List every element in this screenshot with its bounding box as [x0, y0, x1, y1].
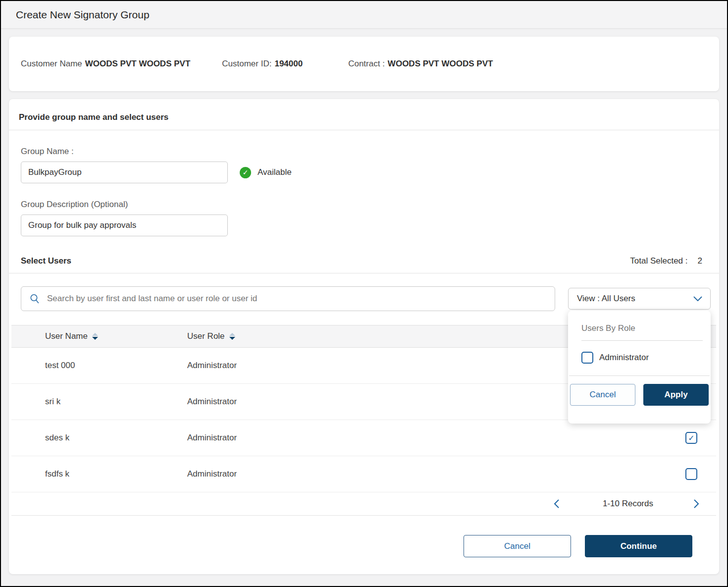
- view-dropdown-label: View : All Users: [577, 294, 635, 304]
- section-title: Provide group name and select users: [19, 112, 709, 122]
- form-area: Group Name : ✓ Available Group Descripti…: [9, 147, 719, 236]
- view-dropdown-panel: Users By Role Administrator Cancel Apply: [568, 311, 711, 424]
- pagination: 1-10 Records: [11, 492, 716, 516]
- next-page-button[interactable]: [690, 497, 703, 510]
- page-title: Create New Signatory Group: [16, 9, 150, 21]
- sort-icon: [229, 333, 235, 340]
- chevron-left-icon: [554, 499, 559, 508]
- group-desc-label: Group Description (Optional): [21, 200, 707, 210]
- select-users-title: Select Users: [21, 256, 71, 266]
- group-name-label: Group Name :: [21, 147, 707, 157]
- footer-actions: Cancel Continue: [9, 516, 719, 557]
- total-selected-count: 2: [698, 256, 702, 266]
- user-role-cell: Administrator: [187, 433, 667, 443]
- administrator-label: Administrator: [599, 353, 649, 363]
- customer-id: Customer ID:194000: [222, 59, 303, 69]
- group-form-card: Provide group name and select users Grou…: [9, 99, 719, 574]
- role-option-administrator[interactable]: Administrator: [568, 341, 711, 375]
- group-desc-input[interactable]: [21, 214, 228, 236]
- row-checkbox[interactable]: ✓: [685, 432, 697, 444]
- search-input[interactable]: [47, 294, 547, 304]
- user-name-cell: fsdfs k: [45, 469, 187, 479]
- user-name-cell: test 000: [45, 361, 187, 371]
- customer-name-value: WOODS PVT WOODS PVT: [85, 59, 191, 68]
- chevron-right-icon: [694, 499, 699, 508]
- table-row: fsdfs k Administrator: [11, 456, 716, 492]
- customer-id-label: Customer ID:: [222, 59, 271, 68]
- total-selected: Total Selected :2: [630, 256, 702, 266]
- user-name-cell: sdes k: [45, 433, 187, 443]
- sort-icon: [92, 333, 98, 340]
- records-label: 1-10 Records: [603, 499, 653, 509]
- view-dropdown-button[interactable]: View : All Users: [568, 288, 711, 310]
- page-header: Create New Signatory Group: [1, 1, 727, 29]
- administrator-checkbox[interactable]: [581, 352, 593, 364]
- customer-name-label: Customer Name: [21, 59, 82, 68]
- panel-actions: Cancel Apply: [568, 376, 711, 406]
- cancel-button[interactable]: Cancel: [464, 535, 571, 557]
- continue-button[interactable]: Continue: [585, 535, 692, 557]
- panel-apply-button[interactable]: Apply: [643, 384, 709, 406]
- view-dropdown: View : All Users Users By Role Administr…: [568, 288, 711, 310]
- search-box[interactable]: [21, 286, 555, 311]
- panel-cancel-button[interactable]: Cancel: [570, 384, 635, 406]
- chevron-down-icon: [693, 296, 702, 302]
- previous-page-button[interactable]: [550, 497, 563, 510]
- column-user-name[interactable]: User Name: [45, 331, 187, 341]
- contract-value: WOODS PVT WOODS PVT: [388, 59, 493, 68]
- customer-id-value: 194000: [274, 59, 303, 68]
- search-icon: [29, 293, 40, 304]
- user-role-cell: Administrator: [187, 469, 667, 479]
- group-name-row: ✓ Available: [21, 157, 707, 183]
- group-name-input[interactable]: [21, 161, 228, 183]
- availability-text: Available: [258, 167, 292, 177]
- contract-label: Contract :: [348, 59, 385, 68]
- select-users-row: Select Users Total Selected :2: [9, 256, 719, 273]
- customer-info-card: Customer NameWOODS PVT WOODS PVT Custome…: [9, 37, 719, 91]
- panel-heading: Users By Role: [568, 311, 711, 340]
- section-head: Provide group name and select users: [9, 99, 719, 130]
- controls-row: View : All Users Users By Role Administr…: [9, 273, 719, 311]
- user-name-cell: sri k: [45, 397, 187, 407]
- table-row: sdes k Administrator ✓: [11, 420, 716, 456]
- availability-status: ✓ Available: [240, 167, 292, 178]
- row-checkbox[interactable]: [685, 468, 697, 480]
- check-circle-icon: ✓: [240, 167, 251, 178]
- contract: Contract :WOODS PVT WOODS PVT: [348, 59, 493, 69]
- customer-name: Customer NameWOODS PVT WOODS PVT: [21, 59, 190, 69]
- total-selected-label: Total Selected :: [630, 256, 687, 266]
